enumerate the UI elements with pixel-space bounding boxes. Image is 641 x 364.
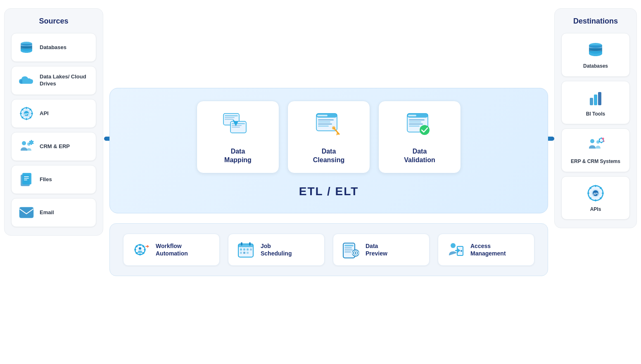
source-item-files[interactable]: FIles (11, 165, 96, 194)
dest-item-erp-crm[interactable]: ERP & CRM Systems (561, 128, 630, 172)
svg-rect-62 (134, 249, 136, 251)
dest-apis-icon: API (586, 183, 605, 203)
svg-rect-89 (594, 95, 597, 105)
svg-point-91 (590, 139, 594, 143)
svg-point-45 (332, 126, 335, 130)
svg-rect-31 (225, 115, 238, 116)
source-item-api[interactable]: API API (11, 99, 96, 128)
source-item-crm-erp[interactable]: CRM & ERP (11, 132, 96, 161)
svg-rect-69 (240, 248, 242, 251)
svg-rect-35 (232, 123, 245, 124)
svg-rect-42 (318, 121, 330, 123)
svg-point-83 (355, 252, 356, 254)
svg-rect-67 (241, 242, 242, 246)
data-preview-icon (342, 241, 360, 259)
svg-rect-27 (24, 180, 27, 180)
svg-rect-17 (31, 140, 32, 141)
svg-rect-98 (601, 142, 602, 144)
svg-point-94 (601, 139, 603, 142)
data-preview-label: DataPreview (366, 242, 387, 257)
source-item-data-lakes[interactable]: Data Lakes/ Cloud Drives (11, 66, 96, 95)
svg-rect-111 (595, 199, 596, 201)
tools-box: WorkflowAutomation (109, 223, 548, 276)
etl-box: DataMapping (109, 88, 548, 213)
svg-rect-40 (317, 115, 328, 116)
dest-database-icon (586, 40, 605, 60)
svg-rect-88 (590, 98, 593, 105)
tool-job-scheduling[interactable]: JobScheduling (228, 234, 325, 266)
svg-rect-77 (344, 245, 354, 246)
svg-point-86 (461, 250, 462, 252)
svg-rect-70 (243, 248, 245, 251)
svg-text:API: API (593, 192, 598, 195)
job-scheduling-label: JobScheduling (261, 242, 292, 257)
access-management-label: AccessManagement (470, 242, 506, 257)
svg-rect-28 (19, 207, 33, 218)
svg-point-14 (22, 141, 26, 145)
workflow-automation-icon (132, 241, 150, 259)
tool-access-management[interactable]: AccessManagement (438, 234, 534, 266)
svg-rect-66 (238, 244, 253, 247)
workflow-automation-label: WorkflowAutomation (156, 242, 188, 257)
dest-item-databases[interactable]: Databases (561, 33, 630, 77)
source-label-email: Email (40, 209, 54, 216)
svg-rect-43 (318, 123, 332, 125)
svg-rect-25 (24, 176, 29, 177)
data-validation-card[interactable]: DataValidation (378, 101, 461, 173)
svg-rect-6 (26, 107, 27, 109)
access-management-icon (446, 241, 465, 259)
svg-rect-36 (232, 125, 242, 126)
svg-rect-56 (139, 244, 141, 246)
dest-item-bi-tools[interactable]: BI Tools (561, 81, 630, 125)
cloud-icon (18, 72, 35, 89)
job-scheduling-icon (237, 241, 255, 259)
source-label-api: API (40, 110, 49, 117)
svg-point-64 (139, 247, 141, 250)
data-cleansing-label: DataCleansing (313, 147, 344, 165)
svg-rect-37 (232, 127, 240, 128)
svg-rect-74 (243, 252, 245, 254)
etl-badge: ETL / ELT (299, 185, 359, 198)
svg-rect-58 (144, 249, 146, 251)
svg-rect-33 (225, 119, 233, 120)
svg-rect-90 (598, 92, 601, 105)
tool-data-preview[interactable]: DataPreview (333, 234, 430, 266)
svg-point-101 (602, 138, 604, 140)
svg-rect-68 (249, 242, 251, 246)
svg-rect-8 (31, 113, 33, 114)
source-item-databases[interactable]: Databases (11, 33, 96, 62)
dest-label-bi-tools: BI Tools (586, 111, 605, 118)
data-cleansing-icon (312, 109, 345, 142)
svg-rect-52 (409, 125, 420, 127)
svg-rect-79 (344, 249, 353, 251)
destinations-panel: Destinations Databases (554, 8, 637, 228)
middle-area: DataMapping (109, 8, 548, 356)
svg-rect-75 (247, 252, 249, 254)
data-mapping-icon (221, 109, 254, 142)
svg-point-84 (451, 243, 456, 248)
svg-rect-95 (601, 137, 602, 139)
tool-workflow-automation[interactable]: WorkflowAutomation (123, 234, 220, 266)
source-item-email[interactable]: Email (11, 198, 96, 227)
dest-erp-crm-icon (586, 135, 605, 155)
source-label-crm-erp: CRM & ERP (40, 143, 70, 150)
data-mapping-card[interactable]: DataMapping (197, 101, 279, 173)
sources-panel: Sources Databases Da (4, 8, 103, 236)
source-label-databases: Databases (40, 44, 66, 51)
crm-erp-icon (18, 138, 35, 155)
svg-rect-78 (344, 247, 352, 248)
source-label-files: FIles (40, 176, 52, 183)
svg-rect-44 (318, 125, 329, 127)
svg-rect-48 (408, 115, 416, 116)
svg-rect-80 (344, 251, 351, 253)
svg-rect-32 (225, 117, 235, 118)
dest-label-apis: APIs (590, 206, 601, 213)
svg-rect-73 (240, 252, 242, 254)
data-cleansing-card[interactable]: DataCleansing (287, 101, 370, 173)
dest-item-apis[interactable]: API APIs (561, 176, 630, 220)
svg-rect-26 (24, 178, 29, 179)
database-icon (18, 39, 35, 56)
destinations-title: Destinations (561, 17, 630, 26)
data-validation-label: DataValidation (404, 147, 435, 165)
process-steps: DataMapping (197, 101, 461, 173)
